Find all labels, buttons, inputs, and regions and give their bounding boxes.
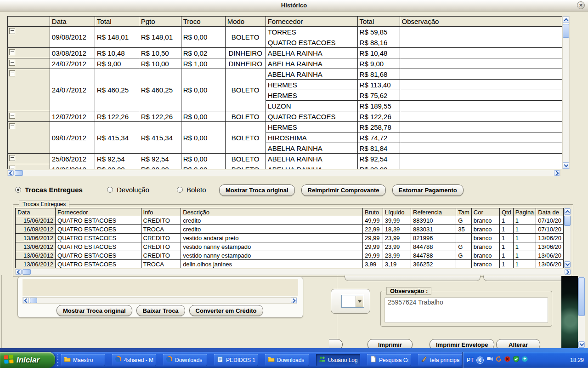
group-modo-cell[interactable]: BOLETO: [225, 154, 266, 164]
taskbar-button-downloads[interactable]: Downloads: [265, 354, 309, 366]
item-total-cell[interactable]: R$ 88,16: [357, 37, 400, 48]
fornecedor-cell[interactable]: QUATRO ESTACOES: [266, 37, 357, 48]
observacao-cell[interactable]: [400, 154, 562, 164]
trocas-cell[interactable]: QUATRO ESTACOES: [56, 242, 141, 251]
trocas-cell[interactable]: CREDITO: [141, 242, 181, 251]
trocas-cell[interactable]: 35: [456, 225, 472, 234]
trocas-cell[interactable]: 16/08/2012: [16, 225, 56, 234]
table-row[interactable]: 13/06/2012QUATRO ESTACOESCREDITOvestido …: [16, 242, 564, 251]
observacao-cell[interactable]: [400, 164, 562, 170]
radio-option-devolu-o[interactable]: Devolução: [107, 186, 149, 194]
item-total-cell[interactable]: R$ 59,85: [357, 27, 400, 37]
trocas-cell[interactable]: CREDITO: [141, 251, 181, 260]
group-pgto-cell[interactable]: R$ 415,34: [139, 122, 181, 154]
group-modo-cell[interactable]: DINHEIRO: [225, 48, 266, 58]
scroll-thumb[interactable]: [15, 170, 23, 176]
trocas-cell[interactable]: 29,99: [362, 234, 383, 242]
item-total-cell[interactable]: R$ 75,62: [357, 90, 400, 101]
obscured-button[interactable]: [483, 276, 571, 281]
column-header[interactable]: Líquido: [383, 208, 411, 216]
group-pgto-cell[interactable]: R$ 92,54: [139, 154, 181, 164]
trocas-cell[interactable]: 366252: [411, 260, 456, 269]
trocas-cell[interactable]: credito: [181, 216, 363, 225]
trocas-cell[interactable]: 13/06/20: [536, 251, 564, 260]
scroll-thumb[interactable]: [23, 269, 31, 275]
fornecedor-cell[interactable]: QUATRO ESTACOES: [266, 111, 357, 122]
credit-converter-em-cr-dito[interactable]: Converter em Crédito: [189, 305, 263, 316]
group-troco-cell[interactable]: R$ 0,00: [181, 111, 225, 122]
observacao-cell[interactable]: [400, 27, 562, 37]
antivirus-icon[interactable]: [504, 356, 511, 364]
group-expander-cell[interactable]: [8, 48, 50, 58]
trocas-cell[interactable]: 23,99: [383, 251, 411, 260]
scroll-right-icon[interactable]: [291, 298, 297, 303]
group-date-cell[interactable]: 09/08/2012: [50, 27, 95, 48]
taskbar-button-pedidos-13-[interactable]: PEDIDOS 13...: [214, 354, 258, 366]
group-expander-cell[interactable]: [8, 69, 50, 111]
column-header[interactable]: Pgto: [139, 17, 181, 27]
trocas-cell[interactable]: CREDITO: [141, 234, 181, 242]
trocas-cell[interactable]: 13/06/2012: [16, 251, 56, 260]
group-total-cell[interactable]: R$ 148,01: [95, 27, 139, 48]
trocas-cell[interactable]: 3,99: [362, 260, 383, 269]
observacao-cell[interactable]: [400, 122, 562, 132]
collapse-icon[interactable]: [9, 60, 15, 66]
trocas-cell[interactable]: QUATRO ESTACOES: [56, 216, 141, 225]
taskbar-button-downloads[interactable]: Downloads: [163, 354, 207, 366]
group-date-cell[interactable]: 12/07/2012: [50, 111, 95, 122]
table-row[interactable]: 13/06/2012QUATRO ESTACOESTROCAdelin.olho…: [16, 260, 564, 269]
group-total-cell[interactable]: R$ 28,00: [95, 164, 139, 170]
security-shield-icon[interactable]: [513, 356, 520, 364]
trocas-cell[interactable]: branco: [471, 260, 499, 269]
trocas-cell[interactable]: 1: [499, 234, 513, 242]
history-horizontal-scrollbar[interactable]: [7, 170, 560, 176]
fornecedor-cell[interactable]: ABELHA RAINHA: [266, 143, 357, 154]
column-header[interactable]: Tam: [456, 208, 472, 216]
item-total-cell[interactable]: R$ 9,00: [357, 58, 400, 69]
column-header[interactable]: Observação: [400, 17, 562, 27]
trocas-cell[interactable]: delin.olhos janines: [181, 260, 363, 269]
trocas-cell[interactable]: branco: [471, 225, 499, 234]
trocas-cell[interactable]: 1: [513, 242, 536, 251]
history-vertical-scrollbar[interactable]: [562, 16, 570, 169]
observacao-cell[interactable]: [400, 90, 562, 101]
scroll-thumb[interactable]: [578, 277, 585, 316]
group-pgto-cell[interactable]: R$ 148,01: [139, 27, 181, 48]
group-date-cell[interactable]: 03/08/2012: [50, 48, 95, 58]
trocas-cell[interactable]: 29,99: [362, 251, 383, 260]
close-icon[interactable]: ✕: [577, 1, 585, 9]
column-header[interactable]: Bruto: [362, 208, 383, 216]
fornecedor-cell[interactable]: LUZON: [266, 101, 357, 111]
group-date-cell[interactable]: 09/07/2012: [50, 122, 95, 154]
scroll-thumb[interactable]: [563, 24, 569, 38]
trocas-cell[interactable]: 39,99: [383, 216, 411, 225]
scroll-left-icon[interactable]: [16, 269, 22, 275]
trocas-cell[interactable]: QUATRO ESTACOES: [56, 260, 141, 269]
table-row[interactable]: 25/06/2012R$ 92,54R$ 92,54R$ 0,00BOLETOA…: [8, 154, 562, 164]
trocas-cell[interactable]: vestido nanny estampado: [181, 251, 363, 260]
action-reimprimir-comprovante[interactable]: Reimprimir Comprovante: [301, 184, 386, 196]
scroll-thumb[interactable]: [30, 298, 37, 303]
collapse-icon[interactable]: [9, 113, 15, 119]
group-expander-cell[interactable]: [8, 58, 50, 69]
item-total-cell[interactable]: R$ 122,26: [357, 111, 400, 122]
observacao-cell[interactable]: [400, 37, 562, 48]
column-header[interactable]: Cor: [471, 208, 499, 216]
scroll-right-icon[interactable]: [554, 170, 560, 176]
observacao-cell[interactable]: [400, 143, 562, 154]
column-header[interactable]: Fornecedor: [266, 17, 357, 27]
item-total-cell[interactable]: R$ 113,40: [357, 80, 400, 90]
scroll-left-icon[interactable]: [23, 298, 29, 303]
fornecedor-cell[interactable]: ABELHA RAINHA: [266, 48, 357, 58]
collapse-icon[interactable]: [9, 28, 15, 34]
collapse-icon[interactable]: [9, 49, 15, 55]
trocas-cell[interactable]: branco: [471, 234, 499, 242]
table-row[interactable]: 09/08/2012R$ 148,01R$ 148,01R$ 0,00BOLET…: [8, 27, 562, 37]
fornecedor-cell[interactable]: ABELHA RAINHA: [266, 69, 357, 80]
column-header[interactable]: Pagina: [513, 208, 536, 216]
group-expander-cell[interactable]: [8, 122, 50, 154]
group-date-cell[interactable]: 24/07/2012: [50, 58, 95, 69]
group-date-cell[interactable]: 13/06/2012: [50, 164, 95, 170]
trocas-cell[interactable]: 13/06/2012: [16, 260, 56, 269]
trocas-cell[interactable]: 1: [499, 225, 513, 234]
